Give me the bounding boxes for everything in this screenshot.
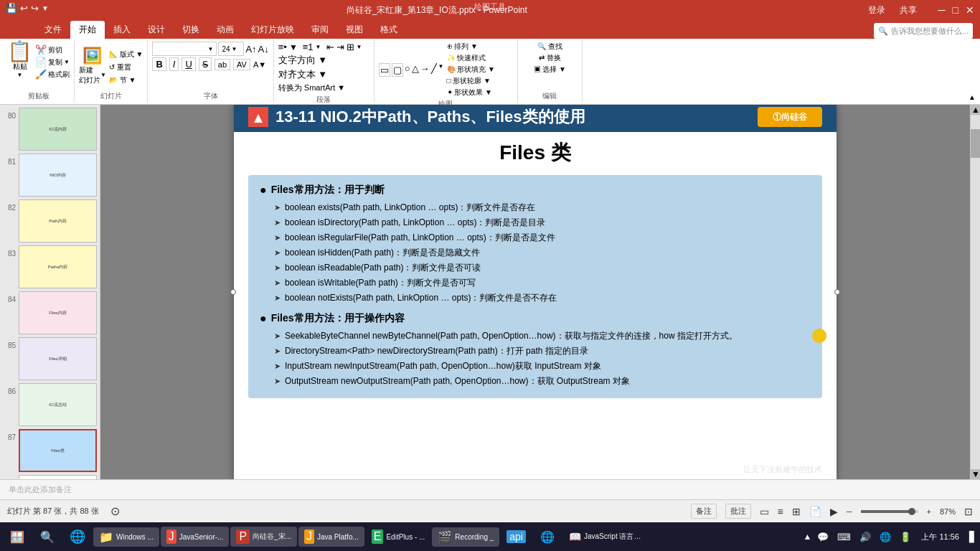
show-hidden-icons[interactable]: ▲ <box>804 532 812 542</box>
strikethrough-btn[interactable]: S̶ <box>199 57 212 71</box>
convert-smartart-btn[interactable]: 转换为 SmartArt ▼ <box>278 83 345 93</box>
canvas-scrollbar[interactable]: ▲ ▼ <box>970 105 980 479</box>
char-spacing-btn[interactable]: AV <box>233 59 250 70</box>
shape-round-rect[interactable]: ▢ <box>392 63 403 77</box>
zoom-thumb[interactable] <box>908 508 915 515</box>
network-icon[interactable]: 🌐 <box>877 530 894 544</box>
clock[interactable]: 上午 11:56 <box>917 530 963 544</box>
show-desktop-btn[interactable]: ▋ <box>969 531 977 542</box>
tab-review[interactable]: 审阅 <box>303 21 337 39</box>
slide-thumb-86[interactable]: 86 IO流总结 <box>3 383 97 426</box>
share-btn[interactable]: 共享 <box>900 4 917 17</box>
cut-btn[interactable]: ✂️剪切 <box>35 44 70 55</box>
shape-triangle[interactable]: △ <box>412 63 419 77</box>
section-btn[interactable]: 📂 节 ▼ <box>109 75 143 85</box>
undo-icon[interactable]: ↩ <box>20 3 28 14</box>
shape-arrow[interactable]: → <box>420 63 430 77</box>
view-normal-btn[interactable]: ▭ <box>760 506 769 517</box>
layout-btn[interactable]: 📐 版式 ▼ <box>109 50 143 60</box>
decrease-indent-btn[interactable]: ⇤ <box>326 42 334 52</box>
find-btn[interactable]: 🔍 查找 <box>537 42 562 52</box>
recording-btn[interactable]: 🎬 Recording _ <box>432 527 499 547</box>
increase-font-btn[interactable]: A↑ <box>245 44 256 55</box>
underline-btn[interactable]: U <box>182 57 195 71</box>
shape-line[interactable]: ╱ <box>431 63 437 77</box>
zoom-level[interactable]: 87% <box>940 507 956 516</box>
tab-transitions[interactable]: 切换 <box>174 21 208 39</box>
scroll-up-btn[interactable]: ▲ <box>971 105 980 115</box>
slide-thumb-82[interactable]: 82 Path内容 <box>3 199 97 242</box>
scroll-thumb[interactable] <box>971 129 980 158</box>
login-btn[interactable]: 登录 <box>868 4 885 17</box>
bullets-btn[interactable]: ≡• <box>278 42 287 52</box>
tab-file[interactable]: 文件 <box>36 21 70 39</box>
tab-slideshow[interactable]: 幻灯片放映 <box>242 21 303 39</box>
tab-animations[interactable]: 动画 <box>208 21 242 39</box>
start-btn[interactable]: 🪟 <box>3 527 32 547</box>
shadow-btn[interactable]: ab <box>215 59 230 70</box>
text-direction-btn[interactable]: 文字方向 ▼ <box>278 54 327 67</box>
copy-btn[interactable]: 📄复制▼ <box>35 57 70 67</box>
tab-format[interactable]: 格式 <box>372 21 406 39</box>
bold-btn[interactable]: B <box>152 57 166 71</box>
slide-thumb-88[interactable]: 88 空白 <box>3 475 97 479</box>
save-icon[interactable]: 💾 <box>6 3 17 14</box>
battery-icon[interactable]: 🔋 <box>897 530 914 544</box>
slide-thumb-84[interactable]: 84 Files内容 <box>3 291 97 334</box>
tab-insert[interactable]: 插入 <box>105 21 139 39</box>
view-outline-btn[interactable]: ≡ <box>778 506 783 517</box>
slide-canvas[interactable]: 13-11 NIO.2中Path、Paths、Files类的使用 ①尚硅谷 Fi… <box>234 105 837 479</box>
zoom-in-btn[interactable]: + <box>927 507 931 516</box>
view-slidesorter-btn[interactable]: ⊞ <box>792 506 801 517</box>
java-senior-btn[interactable]: J JavaSenior-... <box>161 527 230 547</box>
notes-btn[interactable]: 备注 <box>691 504 717 519</box>
view-notes-btn[interactable]: 📄 <box>809 506 821 517</box>
columns-btn[interactable]: ⊞ <box>347 42 354 52</box>
tab-design[interactable]: 设计 <box>139 21 174 39</box>
reset-btn[interactable]: ↺ 重置 <box>109 62 143 72</box>
keyboard-icon[interactable]: ⌨ <box>834 530 854 544</box>
minimize-btn[interactable]: ─ <box>938 4 946 17</box>
quick-styles-btn[interactable]: ✨ 快速样式 <box>447 53 495 63</box>
api-btn[interactable]: api <box>501 527 532 546</box>
slide-info-icon[interactable]: ⊙ <box>110 504 120 518</box>
shape-circle[interactable]: ○ <box>405 63 410 77</box>
browser-btn[interactable]: 🌐 <box>63 526 92 547</box>
volume-icon[interactable]: 🔊 <box>857 530 874 544</box>
editplus-btn[interactable]: E EditPlus - ... <box>366 527 431 547</box>
font-size-dropdown[interactable]: 24▼ <box>218 42 244 56</box>
redo-icon[interactable]: ↪ <box>31 3 39 14</box>
slide-thumb-83[interactable]: 83 Paths内容 <box>3 245 97 288</box>
collapse-ribbon-btn[interactable]: ▲ <box>967 40 977 103</box>
tab-view[interactable]: 视图 <box>337 21 372 39</box>
slide-thumb-81[interactable]: 81 NIO内容 <box>3 154 97 197</box>
zoom-out-btn[interactable]: ─ <box>847 507 852 516</box>
arrange-btn[interactable]: ⊕ 排列 ▼ <box>447 42 495 52</box>
slide-thumb-85[interactable]: 85 Files详细 <box>3 337 97 380</box>
numbering-btn[interactable]: ≡1 <box>303 42 314 52</box>
customize-icon[interactable]: ▼ <box>42 4 49 12</box>
search-btn[interactable]: 🔍 <box>33 527 62 547</box>
java-platform-btn[interactable]: J Java Platfo... <box>298 527 364 547</box>
shape-rect[interactable]: ▭ <box>379 63 390 77</box>
italic-btn[interactable]: I <box>169 57 179 71</box>
tab-home[interactable]: 开始 <box>70 21 105 39</box>
shape-fill-btn[interactable]: 🎨 形状填充 ▼ <box>447 65 495 75</box>
font-name-dropdown[interactable]: ▼ <box>152 42 217 56</box>
new-slide-btn[interactable]: 🖼️ 新建幻灯片▼ <box>79 47 106 85</box>
decrease-font-btn[interactable]: A↓ <box>258 44 269 55</box>
close-btn[interactable]: ✕ <box>966 4 974 17</box>
align-text-btn[interactable]: 对齐文本 ▼ <box>278 68 327 81</box>
js-ref-btn[interactable]: 📖 JavaScript 语言参考... <box>563 528 647 545</box>
notes-area[interactable]: 单击此处添加备注 <box>0 479 980 499</box>
shapes-more[interactable]: ▼ <box>438 63 444 77</box>
format-painter-btn[interactable]: 🖌️格式刷 <box>35 69 70 80</box>
paste-btn[interactable]: 📋 粘贴 ▼ <box>7 42 32 78</box>
ppt-btn[interactable]: P 尚硅谷_宋... <box>230 527 297 547</box>
search-box[interactable]: 🔍 告诉我您想要做什么... <box>874 23 973 39</box>
slide-thumb-87[interactable]: 87 Files类 <box>3 429 97 472</box>
ie-btn[interactable]: 🌐 <box>533 527 562 547</box>
slide-thumb-80[interactable]: 80 IO流内容 <box>3 108 97 151</box>
view-slideshow-btn[interactable]: ▶ <box>830 506 838 517</box>
shape-outline-btn[interactable]: □ 形状轮廓 ▼ <box>447 76 495 86</box>
